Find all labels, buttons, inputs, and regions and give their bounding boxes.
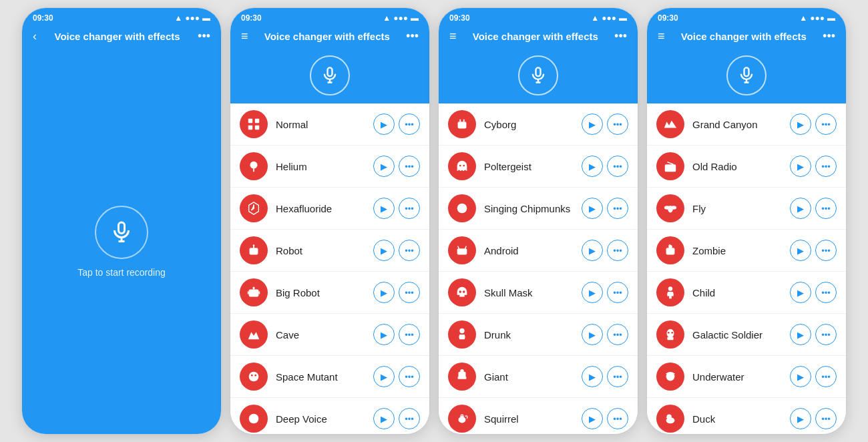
svg-point-75 [668,245,672,249]
play-button[interactable]: ▶ [790,324,811,345]
more-options-button[interactable]: ••• [399,324,420,345]
more-options-button[interactable]: ••• [607,240,628,261]
play-button[interactable]: ▶ [373,408,395,429]
more-button-4[interactable]: ••• [823,29,835,43]
list-item: Cave ▶ ••• [230,314,429,356]
svg-point-53 [460,415,464,419]
more-options-button[interactable]: ••• [815,198,837,219]
more-button-1[interactable]: ••• [198,29,210,43]
svg-point-40 [463,165,465,167]
svg-point-46 [463,290,465,293]
deep-voice-icon [246,411,261,426]
play-button[interactable]: ▶ [373,156,395,177]
play-button[interactable]: ▶ [790,156,811,177]
more-options-button[interactable]: ••• [607,114,628,135]
back-button-1[interactable]: ‹ [33,29,37,43]
play-button[interactable]: ▶ [373,198,395,219]
more-options-button[interactable]: ••• [815,408,837,429]
play-button[interactable]: ▶ [582,324,603,345]
phone-4: 09:30 ▲ ●●● ▬ ≡ Voice changer with effec… [646,7,847,435]
svg-point-51 [460,369,464,373]
robot-icon [246,243,261,258]
svg-point-17 [253,244,255,246]
more-options-button[interactable]: ••• [607,324,628,345]
play-button[interactable]: ▶ [582,240,603,261]
mic-icon-4 [737,66,756,85]
more-options-button[interactable]: ••• [607,366,628,387]
mic-circle-2[interactable] [310,55,350,95]
more-options-button[interactable]: ••• [815,324,837,345]
more-options-button[interactable]: ••• [399,408,420,429]
more-button-2[interactable]: ••• [406,29,419,43]
play-button[interactable]: ▶ [790,240,811,261]
more-options-button[interactable]: ••• [815,366,837,387]
header-1: ‹ Voice changer with effects ••• [22,25,221,49]
play-button[interactable]: ▶ [790,198,811,219]
recording-mic-button[interactable] [95,206,148,259]
status-bar-1: 09:30 ▲ ●●● ▬ [22,8,221,25]
play-button[interactable]: ▶ [790,114,811,135]
menu-button-4[interactable]: ≡ [658,29,665,43]
recording-screen[interactable]: Tap to start recording [22,49,221,434]
more-options-button[interactable]: ••• [607,156,628,177]
menu-button-3[interactable]: ≡ [449,29,457,43]
more-options-button[interactable]: ••• [399,282,420,303]
more-options-button[interactable]: ••• [399,366,420,387]
svg-rect-36 [459,124,461,125]
battery-icon-1: ▬ [202,13,210,23]
effect-icon-duck [656,405,684,433]
fly-icon [663,201,678,216]
effect-icon-android [448,236,476,264]
effect-icon-drunk [448,320,476,349]
header-2: ≡ Voice changer with effects ••• [230,25,429,49]
play-button[interactable]: ▶ [373,324,395,345]
more-options-button[interactable]: ••• [815,156,837,177]
svg-rect-37 [463,124,465,125]
play-button[interactable]: ▶ [790,366,811,387]
more-options-button[interactable]: ••• [399,240,420,261]
svg-rect-71 [666,248,675,254]
more-options-button[interactable]: ••• [815,282,837,303]
more-options-button[interactable]: ••• [607,198,628,219]
more-button-3[interactable]: ••• [614,29,627,43]
grand-canyon-icon [663,117,678,132]
play-button[interactable]: ▶ [582,408,603,429]
wifi-icon-3: ▲ [591,13,599,23]
effect-name: Old Radio [692,161,790,172]
play-button[interactable]: ▶ [373,282,395,303]
play-button[interactable]: ▶ [582,366,603,387]
battery-icon-3: ▬ [619,13,627,23]
play-button[interactable]: ▶ [582,198,603,219]
skull-icon [455,285,469,300]
more-options-button[interactable]: ••• [607,282,628,303]
more-options-button[interactable]: ••• [399,114,420,135]
more-options-button[interactable]: ••• [399,198,420,219]
play-button[interactable]: ▶ [582,156,603,177]
time-2: 09:30 [241,13,262,23]
more-options-button[interactable]: ••• [607,408,628,429]
giant-icon [455,369,469,384]
svg-point-47 [459,328,464,333]
effect-actions: ▶ ••• [582,240,628,261]
svg-point-64 [672,166,675,168]
mic-circle-4[interactable] [726,55,767,95]
more-options-button[interactable]: ••• [815,240,837,261]
effect-actions: ▶ ••• [373,282,420,303]
effect-actions: ▶ ••• [790,282,837,303]
play-button[interactable]: ▶ [373,114,395,135]
play-button[interactable]: ▶ [790,282,811,303]
play-button[interactable]: ▶ [582,114,603,135]
menu-button-2[interactable]: ≡ [241,29,248,43]
mic-circle-3[interactable] [518,55,558,95]
play-button[interactable]: ▶ [373,366,395,387]
effect-name: Child [692,287,790,298]
more-options-button[interactable]: ••• [399,156,420,177]
effect-actions: ▶ ••• [373,114,420,135]
play-button[interactable]: ▶ [790,408,811,429]
old-radio-icon [663,159,678,174]
list-item: Galactic Soldier ▶ ••• [647,314,846,356]
play-button[interactable]: ▶ [582,282,603,303]
effect-actions: ▶ ••• [582,282,628,303]
more-options-button[interactable]: ••• [815,114,837,135]
play-button[interactable]: ▶ [373,240,395,261]
